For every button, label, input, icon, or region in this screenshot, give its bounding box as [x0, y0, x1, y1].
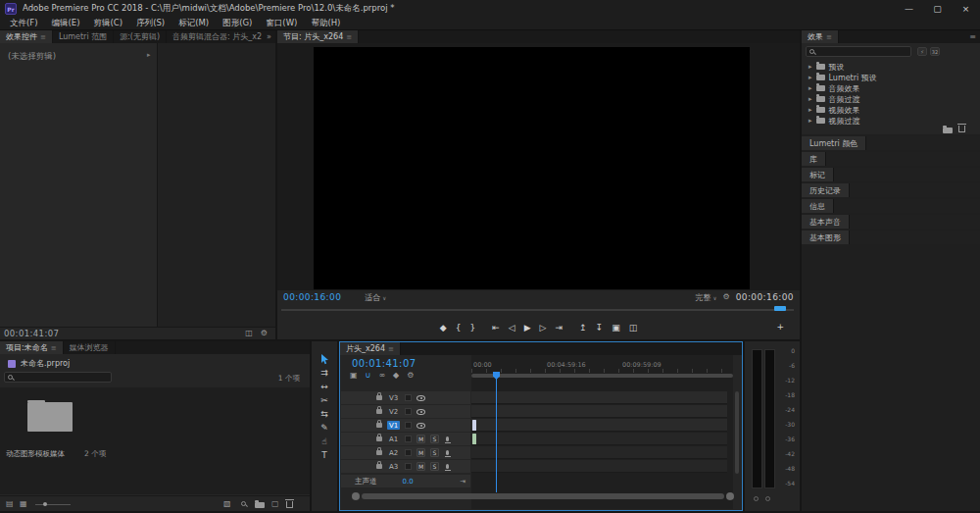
track-lane[interactable] — [471, 433, 727, 445]
tab-history[interactable]: 历史记录 — [802, 183, 850, 197]
chevron-right-icon[interactable]: ▸ — [808, 84, 812, 92]
tab-media-browser[interactable]: 媒体浏览器 — [64, 341, 116, 354]
automate-to-sequence-icon[interactable]: ▧ — [223, 500, 231, 508]
razor-tool[interactable]: ✂ — [312, 394, 337, 406]
effects-bin-video-effects[interactable]: ▸ 视频效果 — [802, 105, 980, 115]
project-root-row[interactable]: 未命名.prproj — [0, 357, 310, 370]
new-bin-icon[interactable] — [255, 502, 265, 508]
playback-resolution-select[interactable]: 完整∨ — [695, 292, 716, 303]
panel-menu-icon[interactable]: ≡ — [346, 33, 352, 41]
menu-edit[interactable]: 编辑(E) — [45, 18, 87, 29]
scrollbar-thumb[interactable] — [362, 493, 724, 499]
effects-search-input[interactable] — [819, 47, 908, 56]
track-lock-icon[interactable] — [376, 423, 382, 428]
panel-menu-icon[interactable]: ≡ — [40, 33, 46, 41]
tab-libraries[interactable]: 库 — [802, 152, 826, 166]
new-custom-bin-icon[interactable] — [943, 128, 953, 133]
accelerated-effects-filter-icon[interactable]: ⚡ — [917, 47, 927, 56]
effects-search-box[interactable] — [806, 46, 911, 57]
voiceover-mic-icon[interactable] — [446, 464, 449, 469]
slip-tool[interactable]: ⇆ — [312, 408, 337, 420]
keyframe-nav-icon[interactable]: ⇥ — [460, 478, 466, 486]
track-output-eye-icon[interactable] — [416, 423, 425, 429]
mute-button[interactable]: M — [416, 435, 425, 443]
step-back-button[interactable]: ◁ — [509, 324, 515, 333]
panel-menu-icon[interactable]: ≡ — [51, 344, 57, 352]
tab-effects[interactable]: 效果 ≡ — [802, 30, 839, 43]
button-editor-plus-button[interactable]: + — [776, 323, 784, 332]
tab-source-monitor[interactable]: 源:(无剪辑) — [114, 30, 167, 43]
delete-icon[interactable] — [286, 501, 293, 508]
tab-effect-controls[interactable]: 效果控件 ≡ — [0, 30, 53, 43]
go-to-out-button[interactable]: ⇥ — [556, 324, 564, 333]
export-frame-button[interactable]: ▣ — [612, 324, 620, 333]
mute-button[interactable]: M — [416, 448, 425, 457]
track-output-eye-icon[interactable] — [416, 409, 425, 415]
maximize-button[interactable]: ▢ — [923, 0, 952, 18]
timeline-settings-wrench-icon[interactable]: ⚙ — [407, 372, 414, 380]
find-icon[interactable] — [241, 501, 246, 506]
nest-sequence-icon[interactable]: ▣ — [350, 372, 358, 380]
track-lock-icon[interactable] — [376, 409, 382, 414]
32bit-effects-filter-icon[interactable]: 32 — [930, 47, 940, 56]
minimize-button[interactable]: — — [895, 0, 923, 18]
sync-lock-icon[interactable] — [405, 463, 412, 470]
hand-tool[interactable]: ☝ — [312, 436, 337, 447]
track-target-button[interactable]: A2 — [387, 448, 400, 457]
add-marker-icon[interactable]: ◆ — [393, 372, 399, 380]
menu-window[interactable]: 窗口(W) — [259, 18, 304, 29]
track-lock-icon[interactable] — [376, 450, 382, 455]
chevron-right-icon[interactable]: ▸ — [808, 106, 812, 114]
selection-tool[interactable] — [312, 353, 337, 365]
toggle-view-icon[interactable]: ◫ — [245, 330, 253, 337]
solo-left-icon[interactable] — [754, 496, 759, 501]
mark-out-button[interactable]: } — [469, 324, 475, 333]
tab-lumetri-color[interactable]: Lumetri 颜色 — [802, 136, 866, 150]
mute-button[interactable]: M — [416, 462, 425, 471]
menu-clip[interactable]: 剪辑(C) — [87, 18, 130, 29]
tab-lumetri-scopes[interactable]: Lumetri 范围 — [53, 30, 114, 43]
step-forward-button[interactable]: ▷ — [540, 324, 547, 333]
sync-lock-icon[interactable] — [405, 394, 412, 401]
delete-custom-item-icon[interactable] — [958, 126, 965, 132]
zoom-slider[interactable] — [35, 504, 71, 505]
project-search-input[interactable] — [18, 373, 109, 382]
ripple-edit-tool[interactable]: ↔ — [312, 381, 337, 392]
tab-essential-graphics[interactable]: 基本图形 — [802, 231, 850, 244]
panel-menu-icon[interactable]: ≡ — [388, 345, 394, 353]
zoom-slider-handle[interactable] — [43, 502, 47, 506]
voiceover-mic-icon[interactable] — [446, 450, 449, 455]
monitor-settings-wrench-icon[interactable]: ⚙ — [723, 293, 730, 301]
zoom-level-select[interactable]: 适合∨ — [365, 292, 386, 303]
close-button[interactable]: × — [952, 0, 980, 18]
track-target-button[interactable]: V2 — [387, 407, 400, 416]
monitor-playhead[interactable] — [774, 306, 786, 311]
timeline-view-chevron-icon[interactable]: ▸ — [147, 51, 151, 59]
time-ruler[interactable]: 00:00 00:04:59:16 00:09:59:09 — [471, 356, 733, 373]
video-clip[interactable] — [472, 420, 476, 431]
list-view-icon[interactable]: ▤ — [6, 500, 14, 508]
voiceover-mic-icon[interactable] — [446, 436, 449, 441]
tab-overflow-chevron-icon[interactable]: » — [263, 30, 275, 43]
timeline-vertical-scrollbar[interactable] — [735, 391, 739, 474]
track-target-button[interactable]: A1 — [387, 435, 400, 443]
snap-magnet-icon[interactable]: ∪ — [366, 372, 371, 380]
effects-bin-presets[interactable]: ▸ 预设 — [802, 62, 980, 72]
play-button[interactable]: ▶ — [524, 324, 531, 333]
tab-info[interactable]: 信息 — [802, 199, 834, 213]
tab-program-monitor[interactable]: 节目: 片头_x264 ≡ — [277, 30, 359, 43]
extract-button[interactable]: ↧ — [596, 324, 604, 333]
menu-file[interactable]: 文件(F) — [3, 18, 45, 29]
track-target-button[interactable]: A3 — [387, 462, 400, 471]
master-level-value[interactable]: 0.0 — [403, 478, 414, 486]
track-target-button[interactable]: V3 — [387, 393, 400, 402]
type-tool[interactable]: T — [312, 449, 337, 461]
linked-selection-icon[interactable]: ∞ — [378, 372, 385, 380]
tab-essential-sound[interactable]: 基本声音 — [802, 215, 850, 229]
chevron-right-icon[interactable]: ▸ — [808, 74, 812, 81]
solo-right-icon[interactable] — [765, 496, 770, 501]
effects-bin-audio-effects[interactable]: ▸ 音频效果 — [802, 83, 980, 93]
timeline-playhead-timecode[interactable]: 00:01:41:07 — [352, 358, 416, 369]
track-lock-icon[interactable] — [376, 395, 382, 400]
pen-tool[interactable]: ✎ — [312, 422, 337, 434]
